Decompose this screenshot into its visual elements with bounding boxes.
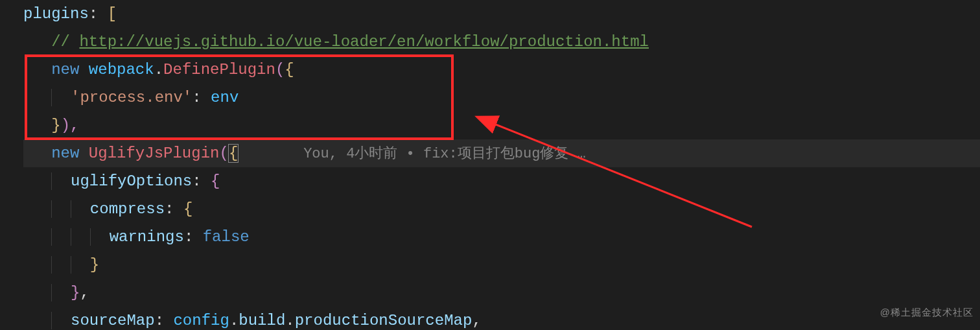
code-line: }: [23, 251, 980, 279]
token-property: plugins: [23, 5, 89, 23]
code-line: new webpack.DefinePlugin({: [23, 56, 980, 84]
token-punc: :: [89, 5, 108, 23]
token-comment: //: [51, 33, 79, 51]
token-class: UglifyJsPlugin: [89, 145, 220, 162]
token-bracket: [: [108, 5, 117, 23]
code-line: },: [23, 279, 980, 307]
git-blame-annotation: You, 4小时前 • fix:项目打包bug修复 …: [303, 146, 586, 162]
token-class: DefinePlugin: [163, 61, 275, 78]
code-line: uglifyOptions: {: [23, 167, 980, 195]
token-object: webpack: [89, 61, 154, 78]
token-boolean: false: [203, 228, 250, 246]
watermark: @稀土掘金技术社区: [880, 298, 974, 326]
token-url: http://vuejs.github.io/vue-loader/en/wor…: [79, 33, 649, 51]
bracket-match: {: [228, 144, 239, 163]
code-line-current: new UglifyJsPlugin({ You, 4小时前 • fix:项目打…: [23, 139, 980, 167]
code-line: warnings: false: [23, 223, 980, 251]
token-keyword: new: [51, 145, 79, 162]
code-line: compress: {: [23, 195, 980, 223]
code-line: // http://vuejs.github.io/vue-loader/en/…: [23, 28, 980, 56]
token-var: env: [211, 89, 239, 106]
token-keyword: new: [51, 61, 79, 78]
code-line: plugins: [: [23, 0, 980, 28]
token-string: 'process.env': [71, 89, 192, 106]
code-line: 'process.env': env: [23, 84, 980, 112]
code-editor[interactable]: plugins: [ // http://vuejs.github.io/vue…: [0, 0, 980, 330]
code-line: }),: [23, 112, 980, 139]
code-line: sourceMap: config.build.productionSource…: [23, 307, 980, 330]
